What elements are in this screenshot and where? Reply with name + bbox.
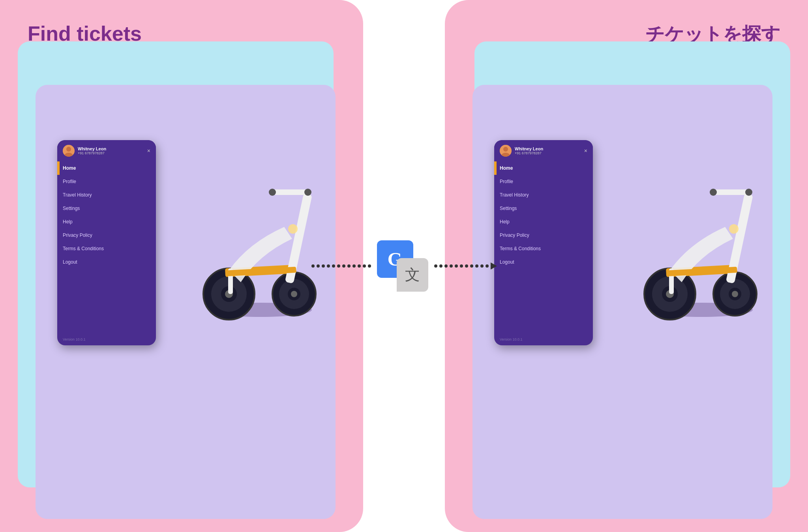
nav-help-right[interactable]: Help <box>494 215 593 229</box>
nav-travel-right[interactable]: Travel History <box>494 188 593 202</box>
conducir-card-right: Whitney Leon +91 6787978287 × Home Profi… <box>472 85 772 519</box>
dot <box>342 264 345 268</box>
version-right: Version 10.0.1 <box>500 337 523 341</box>
nav-terms-left[interactable]: Terms & Conditions <box>57 242 156 255</box>
dotted-line-left <box>311 264 371 268</box>
dot <box>332 264 335 268</box>
user-info-left: Whitney Leon +91 6787978287 <box>63 145 106 157</box>
dot <box>347 264 351 268</box>
left-section: Find tickets Order food Ride mopeds <box>0 0 363 532</box>
svg-point-19 <box>288 224 298 234</box>
dotted-line-right <box>434 262 497 270</box>
dot <box>352 264 356 268</box>
ride-mopeds-card: Whitney Leon +91 6787978287 × Home Profi… <box>36 85 336 519</box>
nav-settings-right[interactable]: Settings <box>494 202 593 215</box>
dot <box>363 264 366 268</box>
dot <box>470 264 473 268</box>
nav-profile-left[interactable]: Profile <box>57 175 156 188</box>
dot <box>450 264 453 268</box>
svg-point-36 <box>745 189 752 196</box>
svg-point-35 <box>710 189 717 196</box>
translate-char: 文 <box>405 265 420 285</box>
right-section: チケットを探す Заказывай Еду Conducir Ciclomoto… <box>445 0 808 532</box>
phone-header-right: Whitney Leon +91 6787978287 × <box>494 140 593 161</box>
svg-rect-34 <box>713 189 749 195</box>
dot <box>317 264 320 268</box>
user-phone-right: +91 6787978287 <box>515 151 543 155</box>
svg-point-16 <box>304 189 311 196</box>
dot <box>455 264 458 268</box>
dot <box>486 264 489 268</box>
svg-point-39 <box>729 224 739 234</box>
nav-logout-left[interactable]: Logout <box>57 255 156 269</box>
nav-settings-left[interactable]: Settings <box>57 202 156 215</box>
nav-profile-right[interactable]: Profile <box>494 175 593 188</box>
dot <box>358 264 361 268</box>
nav-home-left[interactable]: Home <box>57 161 156 175</box>
user-text-left: Whitney Leon +91 6787978287 <box>78 146 106 155</box>
user-name-left: Whitney Leon <box>78 146 106 151</box>
svg-rect-14 <box>272 189 308 195</box>
dot <box>465 264 468 268</box>
dot <box>475 264 478 268</box>
scooter-right <box>634 128 769 326</box>
svg-point-15 <box>269 189 276 196</box>
avatar-left <box>63 145 75 157</box>
svg-point-1 <box>66 147 71 152</box>
dot <box>311 264 315 268</box>
user-text-right: Whitney Leon +91 6787978287 <box>515 146 543 155</box>
svg-point-11 <box>291 291 297 297</box>
close-btn-right[interactable]: × <box>584 148 587 154</box>
dot <box>337 264 340 268</box>
nav-logout-right[interactable]: Logout <box>494 255 593 269</box>
dot <box>368 264 371 268</box>
svg-point-31 <box>732 291 738 297</box>
dot <box>480 264 484 268</box>
dot <box>444 264 448 268</box>
left-phone-mockup: Whitney Leon +91 6787978287 × Home Profi… <box>57 140 156 345</box>
center-translate-area: G 文 <box>311 240 497 292</box>
version-left: Version 10.0.1 <box>63 337 86 341</box>
right-phone-mockup: Whitney Leon +91 6787978287 × Home Profi… <box>494 140 593 345</box>
phone-nav-right: Home Profile Travel History Settings Hel… <box>494 161 593 269</box>
nav-privacy-right[interactable]: Privacy Policy <box>494 229 593 242</box>
google-translate-icon: G 文 <box>377 240 428 292</box>
user-info-right: Whitney Leon +91 6787978287 <box>500 145 543 157</box>
nav-terms-right[interactable]: Terms & Conditions <box>494 242 593 255</box>
nav-travel-left[interactable]: Travel History <box>57 188 156 202</box>
dot <box>434 264 437 268</box>
nav-help-left[interactable]: Help <box>57 215 156 229</box>
g-gray-card: 文 <box>397 258 428 292</box>
svg-point-21 <box>503 147 508 152</box>
phone-nav-left: Home Profile Travel History Settings Hel… <box>57 161 156 269</box>
user-phone-left: +91 6787978287 <box>78 151 106 155</box>
user-name-right: Whitney Leon <box>515 146 543 151</box>
dot <box>460 264 463 268</box>
dot <box>439 264 442 268</box>
nav-privacy-left[interactable]: Privacy Policy <box>57 229 156 242</box>
phone-header-left: Whitney Leon +91 6787978287 × <box>57 140 156 161</box>
avatar-right <box>500 145 512 157</box>
dot <box>327 264 330 268</box>
dot <box>322 264 325 268</box>
nav-home-right[interactable]: Home <box>494 161 593 175</box>
scooter-left <box>193 128 328 326</box>
arrow-head <box>491 262 497 270</box>
close-btn-left[interactable]: × <box>147 148 150 154</box>
